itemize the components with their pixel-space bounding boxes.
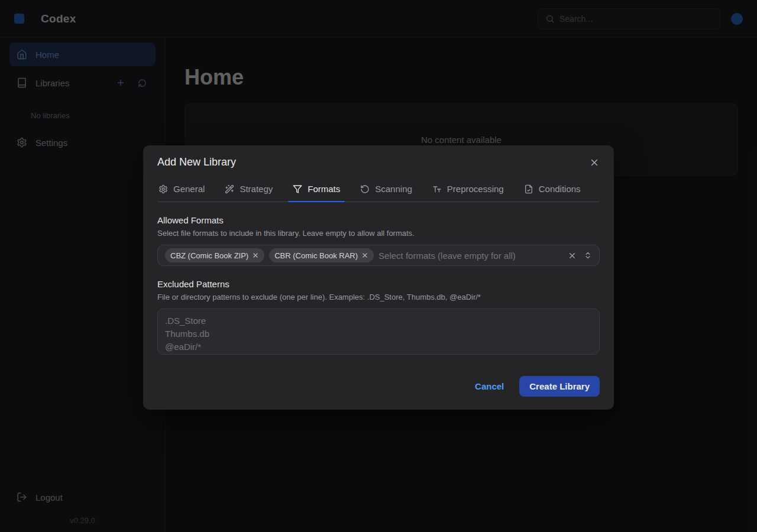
- wand-icon: [225, 184, 234, 194]
- add-library-modal: Add New Library General Strategy Formats: [143, 145, 614, 410]
- modal-title: Add New Library: [157, 156, 236, 168]
- excluded-patterns-textarea[interactable]: [157, 309, 600, 355]
- tab-general[interactable]: General: [157, 180, 206, 202]
- excluded-patterns-description: File or directory patterns to exclude (o…: [157, 293, 600, 301]
- remove-chip-icon[interactable]: [252, 252, 259, 259]
- tab-label: Preprocessing: [447, 184, 504, 194]
- funnel-icon: [293, 184, 302, 194]
- tab-label: Scanning: [375, 184, 412, 194]
- tab-label: General: [173, 184, 205, 194]
- chip-label: CBZ (Comic Book ZIP): [170, 251, 248, 260]
- tab-label: Strategy: [240, 184, 273, 194]
- file-check-icon: [524, 184, 533, 194]
- remove-chip-icon[interactable]: [361, 252, 368, 259]
- allowed-formats-description: Select file formats to include in this l…: [157, 229, 600, 238]
- create-library-button[interactable]: Create Library: [519, 376, 600, 397]
- clear-formats-icon[interactable]: [568, 251, 577, 260]
- format-chip: CBR (Comic Book RAR): [269, 248, 374, 262]
- tab-preprocessing[interactable]: Preprocessing: [431, 180, 505, 202]
- rotate-icon: [360, 184, 370, 194]
- tab-label: Conditions: [539, 184, 581, 194]
- formats-placeholder: Select formats (leave empty for all): [378, 251, 563, 261]
- chip-label: CBR (Comic Book RAR): [274, 251, 358, 260]
- gear-icon: [158, 184, 168, 194]
- chevrons-up-down-icon[interactable]: [584, 251, 592, 259]
- allowed-formats-label: Allowed Formats: [157, 215, 600, 225]
- type-icon: [432, 184, 442, 194]
- formats-multiselect[interactable]: CBZ (Comic Book ZIP) CBR (Comic Book RAR…: [157, 245, 600, 266]
- tab-formats[interactable]: Formats: [292, 180, 341, 202]
- close-icon[interactable]: [589, 157, 600, 168]
- format-chip: CBZ (Comic Book ZIP): [165, 248, 264, 262]
- tab-scanning[interactable]: Scanning: [359, 180, 413, 202]
- modal-tabs: General Strategy Formats Scanning Prepro…: [157, 180, 600, 202]
- tab-conditions[interactable]: Conditions: [523, 180, 582, 202]
- cancel-button[interactable]: Cancel: [475, 381, 504, 391]
- tab-strategy[interactable]: Strategy: [224, 180, 274, 202]
- excluded-patterns-label: Excluded Patterns: [157, 279, 600, 289]
- tab-label: Formats: [308, 184, 340, 194]
